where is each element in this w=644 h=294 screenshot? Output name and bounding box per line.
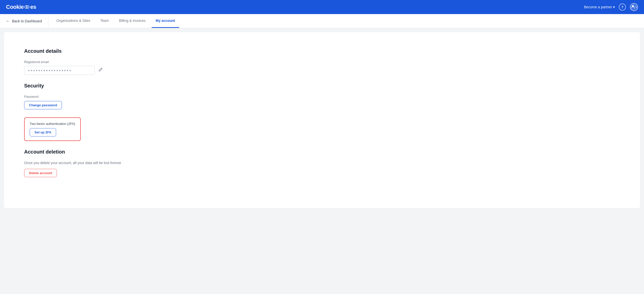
nav-tabs: Organizations & Sites Team Billing & Inv…	[48, 14, 183, 28]
password-label: Password	[24, 95, 230, 99]
email-input[interactable]	[24, 66, 95, 75]
tab-team[interactable]: Team	[96, 14, 113, 28]
setup-2fa-button[interactable]: Set up 2FA	[30, 128, 56, 136]
account-deletion-title: Account deletion	[24, 149, 230, 155]
logo: Cookie es	[6, 4, 36, 10]
account-deletion-section: Account deletion Once you delete your ac…	[24, 149, 230, 177]
tab-organizations-sites-label: Organizations & Sites	[56, 19, 90, 23]
main-card: Account details Registered email Secu	[4, 32, 640, 208]
back-to-dashboard-button[interactable]: ← Back to Dashboard	[0, 14, 48, 28]
help-icon: ?	[621, 5, 623, 9]
tab-billing-invoices[interactable]: Billing & Invoices	[115, 14, 150, 28]
become-partner-button[interactable]: Become a partner ▾	[584, 5, 615, 9]
security-title: Security	[24, 83, 230, 89]
account-details-title: Account details	[24, 48, 230, 54]
delete-account-button[interactable]: Delete account	[24, 169, 57, 177]
topbar-right: Become a partner ▾ ? ▾	[584, 3, 638, 11]
main-content: Account details Registered email Secu	[14, 40, 240, 189]
delete-account-label: Delete account	[29, 171, 52, 175]
change-password-label: Change password	[29, 103, 57, 107]
tab-organizations-sites[interactable]: Organizations & Sites	[52, 14, 94, 28]
edit-email-button[interactable]	[98, 67, 104, 74]
become-partner-label: Become a partner	[584, 5, 612, 9]
setup-2fa-label: Set up 2FA	[34, 130, 51, 134]
user-icon	[631, 5, 635, 10]
account-deletion-description: Once you delete your account, all your d…	[24, 161, 230, 165]
change-password-button[interactable]: Change password	[24, 101, 62, 109]
registered-email-label: Registered email	[24, 60, 230, 64]
avatar-chevron-icon: ▾	[636, 6, 637, 8]
navbar: ← Back to Dashboard Organizations & Site…	[0, 14, 644, 28]
logo-text: Cookie	[6, 4, 24, 10]
tab-my-account-label: My account	[156, 19, 175, 23]
logo-eye-icon	[24, 5, 29, 9]
tab-my-account[interactable]: My account	[152, 14, 179, 28]
avatar-button[interactable]: ▾	[630, 3, 638, 11]
account-details-section: Account details Registered email	[24, 48, 230, 75]
tab-team-label: Team	[100, 19, 109, 23]
back-to-dashboard-label: Back to Dashboard	[12, 19, 42, 23]
email-row	[24, 66, 230, 75]
pencil-icon	[99, 68, 103, 73]
svg-point-1	[26, 6, 28, 8]
logo-text-yes: es	[30, 4, 36, 10]
topbar: Cookie es Become a partner ▾ ? ▾	[0, 0, 644, 14]
twofa-label: Two-factor authentication (2FA)	[30, 122, 75, 126]
twofa-box: Two-factor authentication (2FA) Set up 2…	[24, 117, 81, 141]
chevron-down-icon: ▾	[613, 5, 615, 9]
help-button[interactable]: ?	[619, 4, 626, 11]
security-section: Security Password Change password	[24, 83, 230, 109]
back-arrow-icon: ←	[6, 19, 10, 23]
tab-billing-invoices-label: Billing & Invoices	[119, 19, 146, 23]
